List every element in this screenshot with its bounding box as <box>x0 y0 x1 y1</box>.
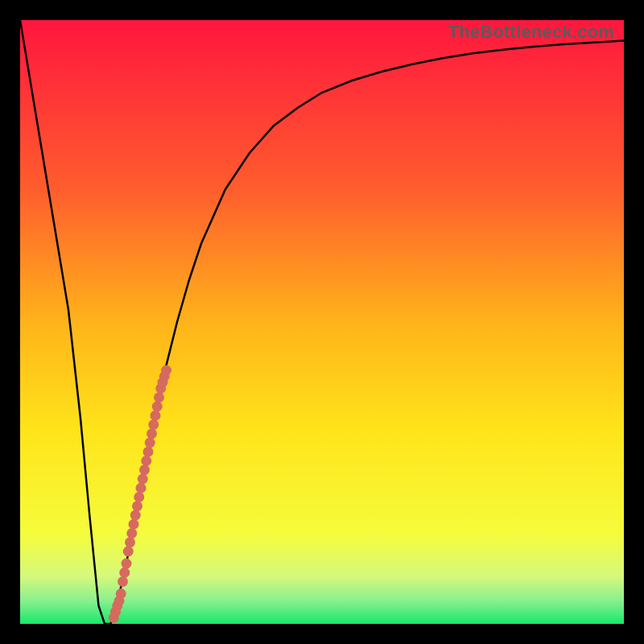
data-point <box>126 528 137 539</box>
data-point <box>118 576 128 587</box>
data-point <box>138 474 148 485</box>
data-point <box>116 588 126 599</box>
data-point <box>129 519 139 530</box>
chart-frame: TheBottleneck.com <box>0 0 644 644</box>
data-point <box>143 447 154 457</box>
data-point <box>139 464 150 475</box>
data-point <box>148 419 159 430</box>
data-point <box>141 456 151 466</box>
watermark-label: TheBottleneck.com <box>448 22 614 43</box>
data-point <box>136 483 147 493</box>
data-point <box>125 537 135 547</box>
data-point <box>161 365 171 376</box>
data-point <box>151 411 161 421</box>
data-point <box>152 402 163 412</box>
data-point <box>130 510 141 521</box>
data-point <box>154 392 164 402</box>
data-point <box>123 547 134 557</box>
data-point <box>147 428 157 439</box>
data-point <box>134 492 144 502</box>
gradient-background <box>20 20 624 624</box>
data-point <box>122 559 132 569</box>
data-point <box>132 501 142 511</box>
chart-svg <box>20 20 624 624</box>
data-point <box>145 438 155 448</box>
data-point <box>119 568 130 578</box>
plot-area: TheBottleneck.com <box>20 20 624 624</box>
